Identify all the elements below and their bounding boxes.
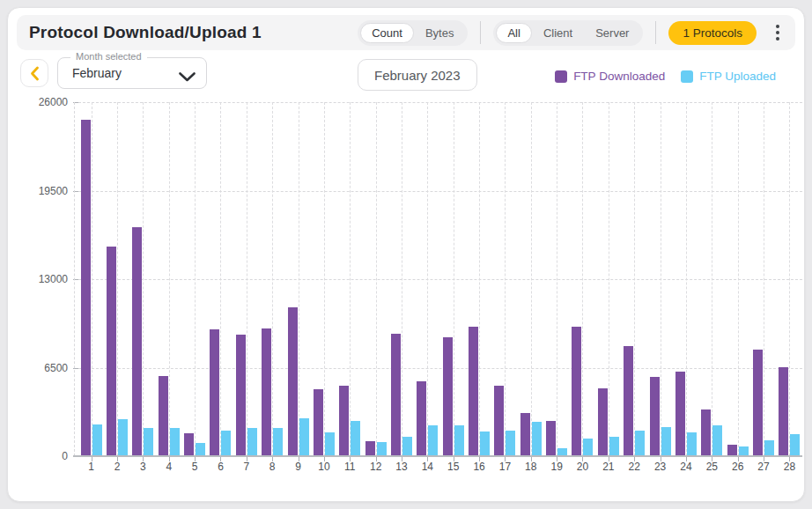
bar-ftp-downloaded-day-22[interactable] [624,346,633,456]
bar-ftp-uploaded-day-5[interactable] [196,443,205,456]
bar-ftp-downloaded-day-17[interactable] [494,386,504,456]
bar-ftp-uploaded-day-25[interactable] [712,425,722,456]
bar-ftp-downloaded-day-12[interactable] [365,441,375,456]
bar-ftp-downloaded-day-19[interactable] [546,421,556,456]
bar-ftp-downloaded-day-4[interactable] [159,376,168,456]
bar-ftp-uploaded-day-10[interactable] [325,432,335,456]
bar-pair [520,413,542,456]
bar-ftp-uploaded-day-22[interactable] [635,431,645,456]
bar-ftp-uploaded-day-17[interactable] [506,431,515,456]
bar-pair [779,367,800,456]
bar-ftp-downloaded-day-9[interactable] [288,307,298,456]
bar-ftp-uploaded-day-15[interactable] [454,425,464,456]
x-axis-label: 16 [466,461,491,473]
bar-ftp-downloaded-day-3[interactable] [132,227,142,456]
day-group-2 [104,102,129,456]
bar-ftp-downloaded-day-14[interactable] [417,381,426,456]
vertical-gridline [376,102,377,456]
bar-ftp-uploaded-day-13[interactable] [402,437,412,456]
bar-ftp-uploaded-day-7[interactable] [247,428,257,456]
x-axis-label: 22 [622,461,647,473]
protocols-badge[interactable]: 1 Protocols [668,21,757,45]
day-group-24 [673,102,698,456]
bar-ftp-downloaded-day-28[interactable] [779,367,788,456]
vertical-gridline [557,102,557,456]
day-group-5 [181,102,207,456]
bar-ftp-downloaded-day-5[interactable] [184,433,194,456]
bar-ftp-downloaded-day-13[interactable] [391,334,401,456]
bar-ftp-uploaded-day-18[interactable] [532,422,542,456]
day-group-22 [622,102,647,456]
day-group-12 [363,102,388,456]
month-select[interactable]: Month selected February [57,57,207,89]
bar-ftp-downloaded-day-20[interactable] [572,327,581,456]
bar-ftp-uploaded-day-12[interactable] [377,442,387,456]
x-axis-label: 5 [181,461,207,473]
legend-item-uploaded[interactable]: FTP Uploaded [681,70,776,83]
bar-ftp-downloaded-day-24[interactable] [675,372,685,456]
bar-ftp-downloaded-day-2[interactable] [107,247,116,456]
bar-ftp-uploaded-day-23[interactable] [661,427,671,456]
bar-ftp-downloaded-day-10[interactable] [314,389,323,456]
bar-ftp-downloaded-day-11[interactable] [339,386,349,456]
bar-ftp-uploaded-day-27[interactable] [764,440,774,456]
bar-ftp-uploaded-day-21[interactable] [609,437,619,456]
bar-ftp-downloaded-day-16[interactable] [469,327,478,456]
bar-pair [443,337,464,456]
scope-toggle-all[interactable]: All [496,23,531,43]
bar-pair [339,386,360,456]
vertical-gridline [738,102,739,456]
scope-toggle-server[interactable]: Server [584,23,640,43]
unit-toggle-bytes[interactable]: Bytes [414,23,466,43]
bar-ftp-uploaded-day-9[interactable] [299,418,309,456]
month-select-value: February [72,66,122,80]
bar-ftp-uploaded-day-3[interactable] [144,428,153,456]
day-group-15 [440,102,466,456]
bar-ftp-downloaded-day-15[interactable] [443,337,453,456]
unit-toggle: Count Bytes [358,20,468,46]
bar-ftp-uploaded-day-20[interactable] [583,439,593,456]
day-group-10 [311,102,336,456]
scope-toggle-client[interactable]: Client [532,23,584,43]
legend-swatch-downloaded [555,70,567,83]
bar-ftp-downloaded-day-21[interactable] [598,388,608,456]
bar-ftp-uploaded-day-8[interactable] [273,428,283,456]
day-group-9 [285,102,311,456]
legend-item-downloaded[interactable]: FTP Downloaded [555,70,665,83]
y-axis-label: 13000 [39,273,68,285]
bar-ftp-downloaded-day-8[interactable] [262,328,271,456]
bar-ftp-downloaded-day-7[interactable] [236,335,246,456]
kebab-menu-icon[interactable] [771,21,785,44]
day-group-6 [208,102,233,456]
bar-ftp-downloaded-day-18[interactable] [520,413,530,456]
bar-ftp-downloaded-day-27[interactable] [753,350,763,456]
bar-ftp-uploaded-day-1[interactable] [92,424,102,456]
bar-ftp-uploaded-day-14[interactable] [428,425,438,456]
bar-pair [391,334,412,456]
bar-pair [624,346,645,456]
bar-ftp-uploaded-day-2[interactable] [118,419,128,456]
vertical-gridline [712,102,712,456]
day-group-16 [466,102,491,456]
bar-ftp-downloaded-day-23[interactable] [650,377,660,456]
x-axis-label: 6 [208,461,233,473]
bar-ftp-downloaded-day-1[interactable] [81,120,91,456]
bar-ftp-uploaded-day-11[interactable] [351,421,360,456]
bar-ftp-uploaded-day-24[interactable] [687,432,697,456]
bar-pair [546,421,567,456]
bar-ftp-uploaded-day-4[interactable] [170,428,180,456]
bar-ftp-uploaded-day-16[interactable] [480,432,490,456]
day-group-14 [415,102,440,456]
y-axis-label: 26000 [39,96,68,108]
day-group-8 [260,102,285,456]
bar-ftp-uploaded-day-6[interactable] [221,431,231,456]
day-group-3 [130,102,156,456]
month-select-label: Month selected [70,51,147,62]
bar-ftp-uploaded-day-28[interactable] [790,434,800,456]
unit-toggle-count[interactable]: Count [360,23,414,43]
header-divider [480,21,481,44]
bar-pair [314,389,335,456]
bar-ftp-downloaded-day-6[interactable] [210,329,219,456]
bar-pair [184,433,205,456]
bar-ftp-downloaded-day-25[interactable] [701,409,711,456]
